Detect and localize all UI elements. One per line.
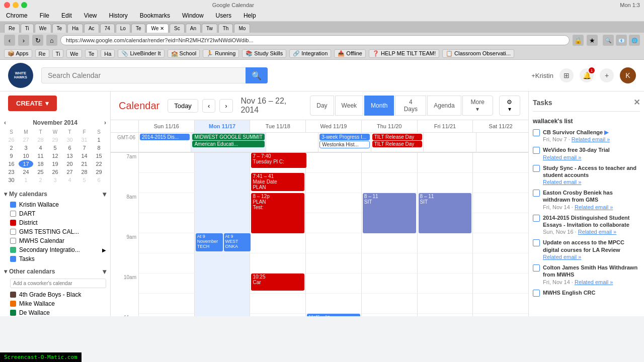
apps-icon[interactable]: ⊞ — [559, 68, 574, 82]
cell-thu-930[interactable] — [361, 253, 417, 274]
search-input[interactable] — [41, 67, 268, 83]
task-check-mwhs[interactable] — [533, 290, 540, 297]
cell-sat-10am[interactable] — [472, 274, 528, 294]
menu-help[interactable]: Help — [242, 11, 258, 20]
mini-day-28b[interactable]: 28 — [77, 168, 92, 176]
mini-day-29b[interactable]: 29 — [92, 168, 106, 176]
cell-sun-730[interactable] — [138, 173, 194, 193]
bookmark-running[interactable]: 🏃 Running — [203, 49, 239, 58]
mini-day-3b[interactable]: 3 — [48, 176, 62, 184]
event-tue-741[interactable]: 7:41 – 41Make DatePLAN — [251, 173, 304, 191]
cell-sun-8am[interactable] — [138, 193, 194, 213]
cell-mon-830[interactable] — [194, 213, 250, 233]
cell-sun-11am[interactable] — [138, 314, 194, 316]
extensions-button[interactable]: 🔒 — [573, 35, 584, 46]
bookmark-te[interactable]: Te — [85, 49, 98, 58]
tab-6[interactable]: 74 — [100, 24, 115, 33]
cell-sun-9am[interactable] — [138, 233, 194, 253]
task-link-5[interactable]: Related email » — [543, 254, 581, 260]
tab-8[interactable]: Te — [131, 24, 146, 33]
cal-item-mike[interactable]: Mike Wallace — [0, 299, 110, 308]
cell-wed-930[interactable] — [305, 253, 361, 274]
bookmark-ha[interactable]: Ha — [101, 49, 115, 58]
task-link-1[interactable]: Related email » — [543, 154, 581, 160]
mini-day-28[interactable]: 28 — [33, 136, 48, 144]
close-button[interactable] — [4, 2, 10, 8]
cell-fri-730[interactable] — [417, 173, 473, 193]
mini-day-26b[interactable]: 26 — [48, 168, 62, 176]
cell-sat-830[interactable] — [472, 213, 528, 233]
nav-icon-3[interactable]: 🌐 — [629, 35, 640, 46]
mini-day-11[interactable]: 11 — [33, 152, 48, 160]
cell-fri-7am[interactable] — [417, 153, 473, 173]
task-link-3[interactable]: Related email » — [575, 204, 613, 210]
all-day-event-3week[interactable]: 3-week Progress I... — [319, 134, 369, 140]
mini-cal-next[interactable]: › — [104, 119, 106, 126]
minimize-button[interactable] — [13, 2, 19, 8]
cell-sat-9am[interactable] — [472, 233, 528, 253]
tab-0[interactable]: Re — [4, 24, 20, 33]
nav-icon-1[interactable]: 🔍 — [603, 35, 614, 46]
view-agenda-button[interactable]: Agenda — [427, 96, 461, 116]
tab-1[interactable]: Ti — [21, 24, 34, 33]
cell-wed-8am[interactable] — [305, 193, 361, 213]
mini-day-30b[interactable]: 30 — [4, 176, 19, 184]
tab-4[interactable]: Ha — [67, 24, 83, 33]
cal-item-4th-grade[interactable]: 4th Grade Boys - Black — [0, 290, 110, 299]
cell-mon-10am[interactable] — [194, 274, 250, 294]
cal-item-mwhs[interactable]: MWHS Calendar — [0, 236, 110, 245]
back-button[interactable]: ‹ — [4, 35, 15, 46]
cell-mon-930[interactable] — [194, 253, 250, 274]
add-coworker-input[interactable] — [10, 279, 106, 288]
mini-day-1[interactable]: 1 — [92, 136, 106, 144]
event-thu-811[interactable]: 8 – 11SIT — [363, 193, 416, 233]
bookmark-ti[interactable]: Ti — [52, 49, 64, 58]
cell-wed-1030[interactable] — [305, 294, 361, 314]
cell-tue-1030[interactable] — [250, 294, 305, 314]
mini-day-9[interactable]: 9 — [4, 152, 19, 160]
mini-day-5[interactable]: 5 — [48, 144, 62, 152]
bookmark-livebinder[interactable]: 📎 LiveBinder It — [118, 49, 164, 58]
menu-file[interactable]: File — [38, 11, 51, 20]
bookmark-re[interactable]: Re — [35, 49, 49, 58]
cell-thu-1030[interactable] — [361, 294, 417, 314]
all-day-event-american[interactable]: American Educati... — [192, 141, 264, 147]
bookmark-tilt[interactable]: ❓ HELP ME TILT TEAM! — [369, 49, 439, 58]
all-day-event-midwest[interactable]: MIDWEST GOOGLE SUMMIT — [192, 134, 264, 140]
mini-day-27b[interactable]: 27 — [62, 168, 77, 176]
cell-sun-7am[interactable] — [138, 153, 194, 173]
cell-mon-7am[interactable] — [194, 153, 250, 173]
menu-window[interactable]: Window — [180, 11, 206, 20]
view-week-button[interactable]: Week — [335, 96, 363, 116]
mini-day-17-today[interactable]: 17 — [19, 160, 33, 168]
tab-3[interactable]: Te — [52, 24, 67, 33]
mini-day-20[interactable]: 20 — [62, 160, 77, 168]
mini-day-14[interactable]: 14 — [77, 152, 92, 160]
view-4days-button[interactable]: 4 Days — [395, 96, 426, 116]
task-link-0[interactable]: Related email » — [572, 136, 610, 142]
mini-day-7[interactable]: 7 — [77, 144, 92, 152]
view-month-button[interactable]: Month — [364, 96, 394, 116]
mini-day-4b[interactable]: 4 — [62, 176, 77, 184]
my-calendars-header[interactable]: ▾ My calendars ▾ — [0, 188, 110, 200]
cell-mon-11am[interactable] — [194, 314, 250, 316]
address-bar[interactable]: https://www.google.com/calendar/render?e… — [60, 35, 570, 45]
tab-13[interactable]: Th — [218, 24, 233, 33]
cal-item-kristin[interactable]: Kristin Wallace — [0, 200, 110, 209]
cell-wed-11am[interactable]: 11:45 – 1piTeam Meeting(RTI) — [305, 314, 361, 316]
event-mon-9west[interactable]: At 9WEST ONKA — [224, 233, 251, 251]
cell-sat-8am[interactable] — [472, 193, 528, 213]
mini-day-27[interactable]: 27 — [19, 136, 33, 144]
mini-day-26[interactable]: 26 — [4, 136, 19, 144]
mini-day-2b[interactable]: 2 — [33, 176, 48, 184]
search-button[interactable]: 🔍 — [246, 67, 268, 83]
home-button[interactable]: ⌂ — [46, 35, 57, 46]
cell-fri-11am[interactable] — [417, 314, 473, 316]
cell-sat-11am[interactable] — [472, 314, 528, 316]
mini-day-2[interactable]: 2 — [4, 144, 19, 152]
gms-check[interactable] — [10, 229, 16, 235]
mini-day-24[interactable]: 24 — [19, 168, 33, 176]
mini-day-12[interactable]: 12 — [48, 152, 62, 160]
bookmark-button[interactable]: ★ — [587, 35, 598, 46]
mini-day-8[interactable]: 8 — [92, 144, 106, 152]
